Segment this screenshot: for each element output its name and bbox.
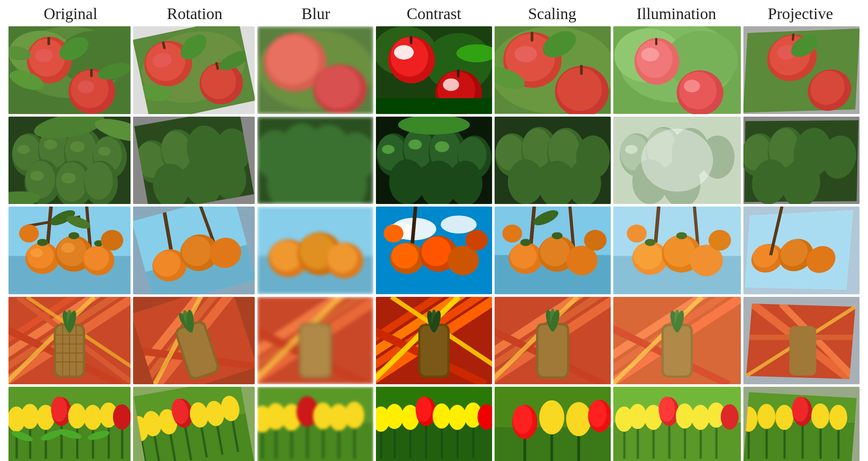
- svg-point-56: [538, 26, 581, 63]
- svg-rect-45: [376, 98, 492, 114]
- svg-line-308: [495, 297, 611, 382]
- svg-point-453: [793, 397, 812, 426]
- svg-point-168: [781, 160, 822, 204]
- svg-rect-294: [376, 297, 492, 385]
- svg-rect-263: [54, 324, 85, 377]
- svg-point-348: [21, 404, 39, 429]
- tulip-projective: [743, 387, 860, 461]
- svg-point-151: [625, 145, 638, 154]
- svg-line-332: [781, 304, 855, 379]
- svg-point-4: [27, 36, 72, 83]
- svg-point-214: [421, 237, 451, 266]
- svg-point-187: [48, 207, 77, 229]
- svg-point-306: [430, 310, 442, 333]
- svg-point-434: [659, 397, 679, 426]
- svg-rect-444: [748, 427, 750, 459]
- svg-point-405: [416, 397, 436, 426]
- svg-rect-340: [29, 425, 31, 458]
- svg-line-260: [18, 297, 131, 385]
- svg-point-73: [776, 45, 798, 59]
- svg-line-261: [8, 297, 94, 385]
- svg-rect-173: [27, 215, 81, 227]
- svg-rect-69: [743, 26, 860, 114]
- svg-rect-113: [257, 117, 373, 204]
- svg-point-178: [55, 236, 93, 272]
- svg-rect-423: [613, 423, 741, 461]
- svg-point-10: [78, 81, 94, 93]
- persimmon-rotation: [133, 207, 255, 294]
- svg-point-213: [420, 236, 457, 272]
- svg-point-356: [11, 429, 34, 444]
- svg-point-248: [750, 244, 785, 273]
- svg-point-392: [345, 402, 364, 429]
- svg-rect-137: [495, 117, 611, 204]
- svg-point-127: [409, 140, 422, 149]
- svg-point-129: [429, 129, 461, 170]
- svg-point-133: [389, 159, 425, 204]
- svg-point-153: [646, 128, 676, 168]
- svg-rect-171: [44, 207, 53, 265]
- svg-point-3: [58, 31, 130, 85]
- svg-point-249: [751, 244, 779, 268]
- svg-point-200: [268, 239, 309, 277]
- persimmon-projective: [743, 207, 860, 294]
- svg-line-297: [376, 297, 492, 355]
- row-apples: [8, 26, 860, 114]
- svg-point-119: [298, 159, 342, 204]
- svg-rect-78: [8, 117, 131, 204]
- svg-rect-425: [637, 425, 639, 458]
- svg-line-334: [746, 307, 855, 376]
- svg-rect-382: [306, 424, 309, 459]
- svg-rect-343: [76, 425, 78, 458]
- svg-point-164: [768, 128, 800, 168]
- svg-point-450: [743, 407, 757, 432]
- svg-rect-395: [380, 427, 382, 459]
- svg-point-420: [588, 400, 611, 432]
- svg-point-152: [645, 127, 682, 173]
- svg-point-185: [19, 225, 39, 243]
- svg-point-222: [509, 243, 543, 274]
- green-rotation: [133, 117, 255, 204]
- svg-rect-325: [664, 326, 691, 376]
- svg-point-244: [709, 230, 731, 251]
- svg-point-80: [12, 133, 46, 176]
- svg-line-255: [8, 297, 131, 382]
- svg-point-176: [31, 249, 43, 257]
- svg-marker-247: [746, 210, 853, 290]
- svg-rect-383: [322, 425, 324, 458]
- svg-point-207: [391, 218, 436, 240]
- svg-rect-341: [45, 427, 47, 459]
- svg-rect-234: [652, 207, 660, 265]
- svg-point-274: [65, 310, 78, 333]
- svg-rect-313: [536, 323, 569, 378]
- svg-line-300: [376, 297, 459, 385]
- svg-point-93: [25, 160, 55, 198]
- svg-point-165: [792, 128, 833, 177]
- svg-point-118: [267, 158, 310, 204]
- svg-point-95: [55, 160, 93, 204]
- apple-original: [8, 26, 131, 114]
- svg-line-258: [8, 297, 131, 342]
- svg-rect-264: [56, 326, 83, 376]
- svg-rect-413: [523, 430, 526, 461]
- svg-point-155: [701, 135, 735, 179]
- svg-rect-44: [457, 70, 459, 78]
- svg-rect-74: [792, 34, 795, 41]
- svg-point-150: [620, 134, 649, 170]
- svg-rect-235: [693, 207, 701, 256]
- svg-point-410: [478, 405, 492, 430]
- svg-point-231: [531, 207, 560, 229]
- svg-point-390: [313, 402, 333, 430]
- svg-point-139: [495, 134, 524, 170]
- svg-point-156: [632, 159, 668, 204]
- svg-point-14: [96, 60, 130, 83]
- svg-point-135: [448, 160, 483, 204]
- svg-point-162: [743, 134, 772, 170]
- svg-point-92: [25, 159, 61, 204]
- svg-point-353: [84, 405, 102, 430]
- svg-point-86: [64, 128, 102, 177]
- image-grid: [8, 26, 860, 461]
- svg-rect-377: [257, 387, 373, 461]
- svg-point-455: [811, 404, 829, 429]
- svg-rect-55: [580, 65, 583, 75]
